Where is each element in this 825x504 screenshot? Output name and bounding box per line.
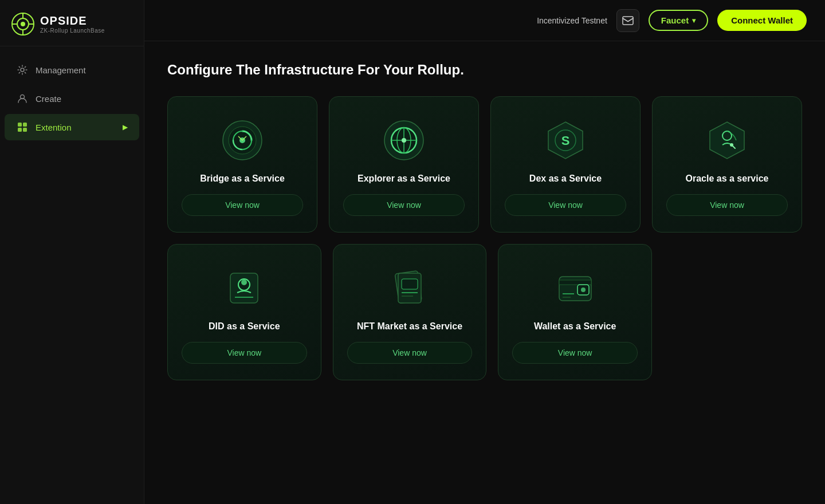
svg-rect-10 — [23, 123, 27, 127]
oracle-icon — [706, 120, 748, 161]
dex-icon: S — [545, 120, 586, 161]
nft-service-card[interactable]: NFT NFT Market as a Service View now — [333, 244, 487, 380]
logo-subtitle: ZK-Rollup LaunchBase — [40, 27, 105, 34]
bridge-icon — [222, 120, 263, 161]
did-icon-wrapper — [221, 265, 267, 311]
svg-point-2 — [21, 22, 25, 26]
svg-rect-12 — [23, 128, 27, 132]
oracle-view-now-button[interactable]: View now — [666, 194, 788, 216]
explorer-icon — [383, 120, 425, 161]
faucet-button[interactable]: Faucet ▾ — [649, 10, 708, 31]
did-view-now-button[interactable]: View now — [182, 342, 307, 364]
svg-point-22 — [402, 138, 406, 143]
create-icon — [16, 92, 29, 105]
explorer-service-card[interactable]: Explorer as a Service View now — [329, 96, 479, 233]
explorer-icon-wrapper — [381, 117, 427, 163]
svg-rect-9 — [18, 123, 22, 127]
did-icon — [223, 267, 265, 309]
svg-rect-36 — [402, 279, 418, 289]
wallet-service-card[interactable]: Wallet as a Service View now — [498, 244, 652, 380]
testnet-label: Incentivized Testnet — [537, 16, 607, 25]
management-label: Management — [36, 65, 86, 75]
services-page: Configure The Infrastructure For Your Ro… — [144, 41, 825, 504]
create-label: Create — [36, 94, 61, 104]
svg-rect-11 — [18, 128, 22, 132]
did-service-card[interactable]: DID as a Service View now — [167, 244, 321, 380]
wallet-view-now-button[interactable]: View now — [512, 342, 638, 364]
nft-view-now-button[interactable]: View now — [347, 342, 473, 364]
nft-icon: NFT — [389, 267, 430, 309]
svg-point-42 — [581, 288, 586, 292]
main-content: Incentivized Testnet Faucet ▾ Connect Wa… — [144, 0, 825, 504]
faucet-label: Faucet — [661, 15, 689, 25]
explorer-view-now-button[interactable]: View now — [343, 194, 465, 216]
svg-rect-13 — [623, 17, 633, 25]
page-title: Configure The Infrastructure For Your Ro… — [167, 62, 802, 78]
oracle-icon-wrapper — [704, 117, 750, 163]
wallet-icon-wrapper — [552, 265, 598, 311]
sidebar-item-create[interactable]: Create — [5, 85, 139, 112]
opside-logo-icon — [11, 13, 34, 36]
bridge-service-card[interactable]: Bridge as a Service View now — [167, 96, 317, 233]
extension-arrow-icon: ▶ — [123, 123, 128, 131]
sidebar-navigation: Management Create Extention — [0, 46, 144, 151]
did-service-title: DID as a Service — [209, 321, 280, 332]
connect-wallet-button[interactable]: Connect Wallet — [717, 10, 807, 31]
services-grid-row2: DID as a Service View now NFT NFT Market… — [167, 244, 652, 380]
logo-title: OPSIDE — [40, 14, 105, 27]
services-grid-row1: Bridge as a Service View now Explorer as… — [167, 96, 802, 233]
dex-service-card[interactable]: S Dex as a Service View now — [490, 96, 641, 233]
bridge-service-title: Bridge as a Service — [200, 174, 285, 184]
mail-icon — [622, 16, 634, 25]
extension-label: Extention — [36, 123, 72, 132]
extension-icon — [16, 121, 29, 133]
svg-point-31 — [241, 279, 247, 285]
mail-button[interactable] — [616, 9, 639, 32]
dex-view-now-button[interactable]: View now — [505, 194, 626, 216]
svg-rect-40 — [559, 280, 591, 285]
dex-icon-wrapper: S — [543, 117, 588, 163]
oracle-service-card[interactable]: Oracle as a service View now — [652, 96, 802, 233]
wallet-service-title: Wallet as a Service — [534, 321, 616, 332]
page-header: Incentivized Testnet Faucet ▾ Connect Wa… — [144, 0, 825, 41]
bridge-icon-wrapper — [219, 117, 265, 163]
wallet-icon — [555, 267, 596, 309]
chevron-down-icon: ▾ — [692, 17, 696, 25]
explorer-service-title: Explorer as a Service — [358, 174, 450, 184]
management-icon — [16, 64, 29, 76]
logo-container: OPSIDE ZK-Rollup LaunchBase — [0, 0, 144, 46]
logo-text: OPSIDE ZK-Rollup LaunchBase — [40, 14, 105, 34]
dex-service-title: Dex as a Service — [529, 174, 602, 184]
nft-icon-wrapper: NFT — [387, 265, 433, 311]
oracle-service-title: Oracle as a service — [685, 174, 768, 184]
sidebar: OPSIDE ZK-Rollup LaunchBase Management — [0, 0, 144, 504]
bridge-view-now-button[interactable]: View now — [182, 194, 303, 216]
nft-service-title: NFT Market as a Service — [357, 321, 462, 332]
svg-point-7 — [21, 68, 24, 72]
sidebar-item-extension[interactable]: Extention ▶ — [5, 114, 139, 140]
svg-text:S: S — [561, 133, 570, 148]
sidebar-item-management[interactable]: Management — [5, 57, 139, 83]
